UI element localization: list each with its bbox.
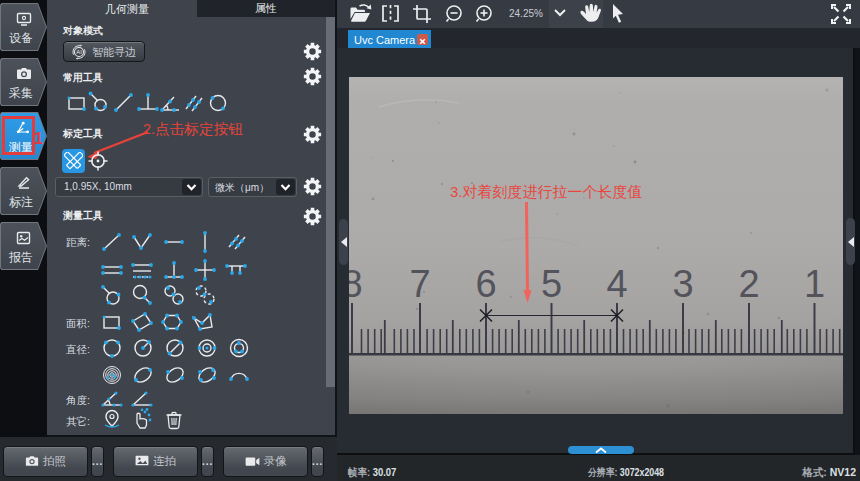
svg-text:24.25%: 24.25% (509, 8, 543, 19)
svg-text:3: 3 (672, 263, 693, 305)
svg-text:AI: AI (76, 49, 82, 55)
svg-text:5: 5 (541, 263, 562, 305)
svg-text:4: 4 (606, 263, 627, 305)
svg-text:6: 6 (475, 263, 496, 305)
svg-text:2: 2 (738, 263, 759, 305)
svg-text:1: 1 (804, 263, 825, 305)
svg-text:7: 7 (409, 263, 430, 305)
svg-text:8: 8 (349, 263, 363, 305)
